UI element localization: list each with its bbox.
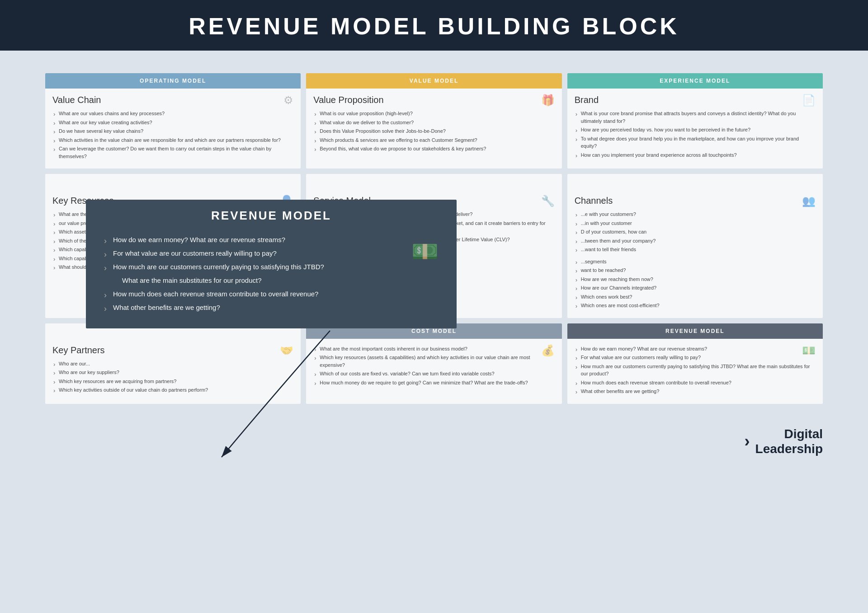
value-chain-questions: What are our values chains and key proce… <box>52 110 293 160</box>
question-item: What other benefits are we getting? <box>575 388 816 395</box>
question-item: ...e with your customers? <box>575 211 816 218</box>
question-item: How can you implement your brand experie… <box>575 151 816 159</box>
cash-icon: 💵 <box>411 239 439 264</box>
page-header: REVENUE MODEL BUILDING BLOCK <box>0 0 868 51</box>
question-item: ...segments <box>575 258 816 266</box>
question-item: How are our Channels integrated? <box>575 284 816 292</box>
question-item: ...want to tell their friends <box>575 246 816 253</box>
key-partners-block: OPERATING MODEL Key Partners 🤝 Who are o… <box>45 323 301 404</box>
question-item: D of your customers, how can <box>575 228 816 236</box>
question-item: What value do we deliver to the customer… <box>313 119 554 126</box>
question-item: ...in with your customer <box>575 220 816 227</box>
question-item: Who are our key suppliers? <box>52 369 293 376</box>
question-item: Beyond this, what value do we propose to… <box>313 145 554 153</box>
experience-model-header: EXPERIENCE MODEL <box>567 73 823 89</box>
logo-text: DigitalLeadership <box>755 426 823 457</box>
question-item: ...tween them and your company? <box>575 237 816 245</box>
value-prop-content: Value Proposition 🎁 What is our value pr… <box>306 89 561 161</box>
value-chain-content: Value Chain ⚙ What are our values chains… <box>45 89 301 168</box>
question-item: What is your core brand promise that att… <box>575 110 816 125</box>
cost-model-questions: What are the most important costs inhere… <box>313 345 554 387</box>
revenue-model-bottom-content: 💵 How do we earn money? What are our rev… <box>567 339 823 404</box>
revenue-model-bottom-header: REVENUE MODEL <box>567 323 823 339</box>
question-item: Can we leverage the customer? Do we want… <box>52 145 293 160</box>
value-prop-title: Value Proposition <box>313 95 554 105</box>
revenue-overlay-title: REVENUE MODEL <box>99 209 443 223</box>
question-item: How are you perceived today vs. how you … <box>575 126 816 134</box>
bottom-row: OPERATING MODEL Key Partners 🤝 Who are o… <box>45 323 823 404</box>
brand-questions: What is your core brand promise that att… <box>575 110 816 159</box>
question-item: What is our value proposition (high-leve… <box>313 110 554 117</box>
question-item: Which of our costs are fixed vs. variabl… <box>313 370 554 378</box>
question-item: Which products & services are we offerin… <box>313 136 554 144</box>
operating-model-value-chain: OPERATING MODEL Value Chain ⚙ What are o… <box>45 73 301 168</box>
question-item: Which key resources are we acquiring fro… <box>52 378 293 385</box>
value-model-value-prop: VALUE MODEL Value Proposition 🎁 What is … <box>306 73 561 168</box>
key-partners-title: Key Partners <box>52 345 293 356</box>
tools-icon: 🔧 <box>541 195 555 207</box>
cost-model-content: 💰 What are the most important costs inhe… <box>306 339 561 395</box>
revenue-question-item: How do we earn money? What are our reven… <box>104 234 384 245</box>
question-item: What are our key value creating activiti… <box>52 119 293 126</box>
logo-chevron-icon: › <box>745 432 750 451</box>
page-title: REVENUE MODEL BUILDING BLOCK <box>0 13 868 40</box>
key-partners-questions: Who are our... Who are our key suppliers… <box>52 360 293 394</box>
cost-model-bottom: COST MODEL 💰 What are the most important… <box>306 323 561 404</box>
experience-model-brand: EXPERIENCE MODEL Brand 📄 What is your co… <box>567 73 823 168</box>
revenue-model-bottom: REVENUE MODEL 💵 How do we earn money? Wh… <box>567 323 823 404</box>
question-item: Does this Value Proposition solve their … <box>313 127 554 135</box>
revenue-question-item: What other benefits are we getting? <box>104 302 384 313</box>
brand-title: Brand <box>575 95 816 105</box>
key-partners-content: Key Partners 🤝 Who are our... Who are ou… <box>45 339 301 402</box>
document-icon: 📄 <box>802 94 816 107</box>
channels-content: Channels 👥 ...e with your customers? ...… <box>567 189 823 318</box>
question-item: Which ones are most cost-efficient? <box>575 302 816 309</box>
question-item: Do we have several key value chains? <box>52 127 293 135</box>
channels-title: Channels <box>575 196 816 206</box>
top-row: OPERATING MODEL Value Chain ⚙ What are o… <box>45 73 823 168</box>
question-item: Which key activities outside of our valu… <box>52 386 293 394</box>
revenue-model-overlay: REVENUE MODEL How do we earn money? What… <box>86 200 457 328</box>
question-item: How much does each revenue stream contri… <box>575 379 816 387</box>
revenue-overlay-header: REVENUE MODEL <box>86 200 457 230</box>
question-item: Which ones work best? <box>575 293 816 301</box>
value-chain-title: Value Chain <box>52 95 293 105</box>
people-icon: 👥 <box>802 195 816 207</box>
logo-area: › DigitalLeadership <box>0 426 868 466</box>
question-item: What are the most important costs inhere… <box>313 345 554 353</box>
question-item: To what degree does your brand help you … <box>575 135 816 150</box>
revenue-question-item: How much are our customers currently pay… <box>104 262 384 272</box>
question-item: How are we reaching them now? <box>575 276 816 283</box>
value-prop-questions: What is our value proposition (high-leve… <box>313 110 554 153</box>
question-item: Which key resources (assets & capabiliti… <box>313 354 554 369</box>
question-item: How do we earn money? What are our reven… <box>575 345 816 353</box>
canvas-area: OPERATING MODEL Value Chain ⚙ What are o… <box>0 51 868 426</box>
question-item: want to be reached? <box>575 267 816 274</box>
channels-block: EXPERIENCE MODEL Channels 👥 ...e with yo… <box>567 174 823 318</box>
revenue-model-bottom-questions: How do we earn money? What are our reven… <box>575 345 816 395</box>
brand-content: Brand 📄 What is your core brand promise … <box>567 89 823 167</box>
channels-questions: ...e with your customers? ...in with you… <box>575 211 816 309</box>
value-model-header: VALUE MODEL <box>306 73 561 89</box>
question-item: How much are our customers currently pay… <box>575 363 816 378</box>
revenue-question-item: For what value are our customers really … <box>104 248 384 259</box>
revenue-overlay-questions: How do we earn money? What are our reven… <box>104 234 384 316</box>
gift-icon: 🎁 <box>541 94 555 107</box>
revenue-question-item: How much does each revenue stream contri… <box>104 289 384 299</box>
handshake-icon: 🤝 <box>280 344 293 357</box>
question-item: How much money do we require to get goin… <box>313 379 554 387</box>
question-item: For what value are our customers really … <box>575 354 816 361</box>
revenue-icon-area: 💵 <box>411 234 439 316</box>
gear-icon: ⚙ <box>283 94 293 107</box>
question-item: What are our values chains and key proce… <box>52 110 293 117</box>
operating-model-header: OPERATING MODEL <box>45 73 301 89</box>
revenue-question-subitem: What are the main substitutes for our pr… <box>104 275 384 286</box>
question-item: Which activities in the value chain are … <box>52 136 293 144</box>
revenue-overlay-content: How do we earn money? What are our reven… <box>86 230 457 328</box>
question-item: Who are our... <box>52 360 293 368</box>
